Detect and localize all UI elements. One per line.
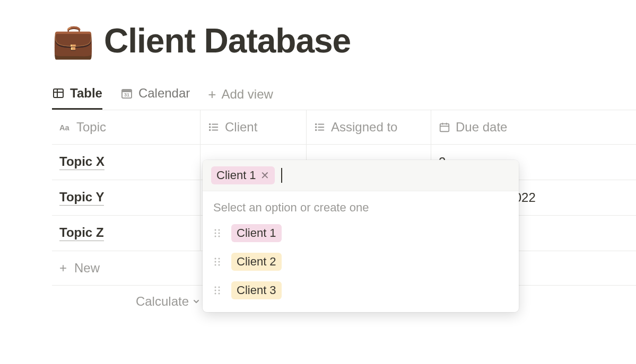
remove-tag-icon[interactable]: ✕: [260, 169, 269, 182]
svg-point-33: [215, 264, 216, 266]
list-icon: [314, 121, 326, 133]
svg-point-37: [215, 290, 216, 291]
column-client-label: Client: [225, 120, 257, 135]
tab-calendar[interactable]: 31 Calendar: [120, 86, 190, 110]
selected-tag-label: Client 1: [216, 168, 256, 182]
svg-point-40: [219, 293, 220, 295]
svg-text:Aa: Aa: [59, 123, 70, 132]
svg-rect-19: [440, 124, 449, 132]
svg-point-34: [219, 264, 220, 266]
cell-topic[interactable]: Topic Z: [52, 216, 201, 251]
svg-point-31: [215, 261, 216, 263]
new-row-label: New: [74, 261, 100, 276]
column-assigned-label: Assigned to: [331, 120, 397, 135]
svg-point-23: [215, 229, 216, 231]
svg-point-16: [316, 124, 317, 125]
column-header-assigned[interactable]: Assigned to: [307, 110, 431, 144]
svg-point-36: [219, 287, 220, 288]
svg-point-28: [219, 236, 220, 237]
select-popover: Client 1 ✕ Select an option or create on…: [203, 160, 519, 312]
svg-point-30: [219, 258, 220, 260]
popover-help-text: Select an option or create one: [203, 191, 519, 219]
drag-handle-icon[interactable]: [213, 285, 222, 296]
column-header-due[interactable]: Due date: [431, 110, 636, 144]
popover-input-area[interactable]: Client 1 ✕: [203, 160, 519, 191]
svg-point-25: [215, 233, 216, 234]
view-tabs: Table 31 Calendar + Add view: [52, 86, 636, 110]
text-icon: Aa: [59, 121, 71, 133]
select-option[interactable]: Client 2: [203, 247, 519, 276]
svg-point-26: [219, 233, 220, 234]
table-header: Aa Topic Client Assigned to Du: [52, 110, 636, 145]
add-view-label: Add view: [222, 87, 273, 102]
select-option[interactable]: Client 1: [203, 219, 519, 247]
svg-point-24: [219, 229, 220, 231]
cell-topic[interactable]: Topic Y: [52, 180, 201, 215]
cell-topic[interactable]: Topic X: [52, 145, 201, 180]
date-icon: [439, 121, 450, 133]
svg-point-38: [219, 290, 220, 291]
chevron-down-icon: [192, 297, 201, 306]
svg-point-29: [215, 258, 216, 260]
table-icon: [52, 87, 65, 100]
option-label: Client 2: [237, 255, 276, 269]
option-label: Client 1: [237, 226, 276, 240]
topic-text: Topic Z: [59, 225, 104, 241]
select-option[interactable]: Client 3: [203, 276, 519, 305]
column-header-topic[interactable]: Aa Topic: [52, 110, 201, 144]
calculate-button[interactable]: Calculate: [52, 286, 201, 309]
text-cursor: [281, 168, 282, 183]
plus-icon: +: [59, 261, 67, 276]
add-view-button[interactable]: + Add view: [208, 87, 273, 109]
page-title[interactable]: Client Database: [104, 21, 351, 60]
topic-text: Topic Y: [59, 190, 104, 206]
svg-point-10: [210, 124, 211, 125]
column-header-client[interactable]: Client: [201, 110, 307, 144]
svg-point-11: [210, 127, 211, 128]
drag-handle-icon[interactable]: [213, 228, 222, 238]
topic-text: Topic X: [59, 154, 104, 170]
popover-body: Select an option or create one Client 1 …: [203, 191, 519, 312]
svg-point-18: [316, 130, 317, 131]
tab-table[interactable]: Table: [52, 86, 102, 110]
option-tag: Client 1: [231, 224, 282, 242]
svg-point-12: [210, 130, 211, 131]
svg-point-27: [215, 236, 216, 237]
option-label: Client 3: [237, 283, 276, 297]
option-tag: Client 3: [231, 281, 282, 299]
svg-rect-0: [54, 89, 63, 97]
list-icon: [208, 121, 220, 133]
tab-calendar-label: Calendar: [138, 86, 190, 101]
calculate-label: Calculate: [136, 294, 189, 309]
page-icon[interactable]: 💼: [52, 24, 94, 58]
column-due-label: Due date: [456, 120, 507, 135]
selected-tag[interactable]: Client 1 ✕: [211, 166, 275, 184]
svg-point-35: [215, 287, 216, 288]
svg-point-17: [316, 127, 317, 128]
svg-point-32: [219, 261, 220, 263]
plus-icon: +: [208, 87, 216, 101]
tab-table-label: Table: [70, 86, 102, 101]
page-title-row: 💼 Client Database: [52, 21, 636, 60]
calendar-icon: 31: [120, 87, 133, 100]
option-tag: Client 2: [231, 253, 282, 271]
svg-text:31: 31: [124, 92, 129, 97]
drag-handle-icon[interactable]: [213, 256, 222, 267]
column-topic-label: Topic: [76, 120, 106, 135]
svg-point-39: [215, 293, 216, 295]
